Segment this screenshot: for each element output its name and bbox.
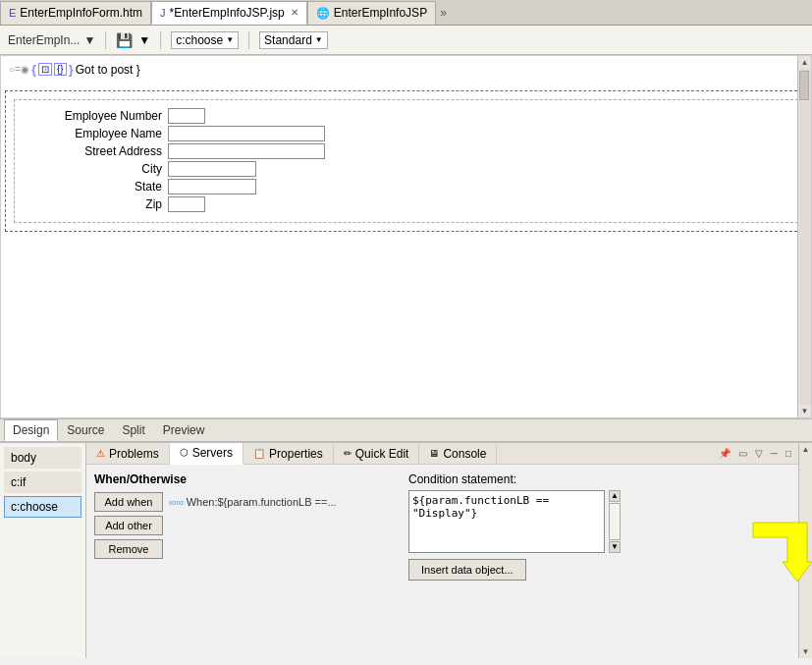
tab-label: *EnterEmpInfoJSP.jsp — [170, 6, 285, 20]
toolbar: EnterEmpIn... ▼ 💾 ▼ c:choose ▼ Standard … — [0, 26, 812, 55]
servers-icon: ⬡ — [180, 447, 189, 458]
sidebar-item-cif[interactable]: c:if — [4, 471, 81, 493]
tab-enter-emp-jsp[interactable]: J *EnterEmpInfoJSP.jsp ✕ — [151, 1, 307, 25]
scroll-down-arrow[interactable]: ▼ — [799, 405, 811, 417]
standard-select[interactable]: Standard ▼ — [259, 31, 328, 49]
tab-design[interactable]: Design — [4, 419, 58, 441]
chevron-down-icon: ▼ — [226, 35, 234, 44]
selector2-label: Standard — [264, 33, 312, 47]
panel-pin-icon[interactable]: 📌 — [716, 448, 733, 459]
form-row-street: Street Address — [30, 143, 782, 159]
panel-maximize-icon[interactable]: □ — [783, 448, 794, 459]
panel-tab-problems[interactable]: ⚠ Problems — [86, 444, 170, 464]
properties-icon: 📋 — [253, 448, 265, 459]
panel-tab-console[interactable]: 🖥 Console — [419, 444, 497, 464]
when-section: When/Otherwise Add when ∞∞ When:${param.… — [86, 465, 401, 658]
separator2 — [160, 31, 161, 49]
tab-label: EnterEmpInfoJSP — [334, 6, 427, 20]
yellow-arrow — [733, 518, 812, 586]
tab-split[interactable]: Split — [113, 419, 153, 441]
panel-layout-icon[interactable]: ▭ — [735, 448, 750, 459]
add-other-button[interactable]: Add other — [94, 516, 163, 535]
save-dropdown[interactable]: ▼ — [138, 33, 150, 47]
when-title: When/Otherwise — [94, 472, 393, 486]
label-street: Street Address — [30, 144, 168, 158]
scroll-thumb[interactable] — [799, 71, 809, 100]
chevron-down-icon2: ▼ — [315, 35, 323, 44]
file-title: EnterEmpIn... — [8, 33, 80, 47]
problems-icon: ⚠ — [96, 448, 105, 459]
input-empname[interactable] — [168, 126, 325, 141]
condition-scrollbar[interactable]: ▲ ▼ — [609, 490, 621, 553]
selector1-label: c:choose — [176, 33, 223, 47]
link-icon: ∞∞ — [169, 496, 185, 508]
input-street[interactable] — [168, 143, 325, 159]
input-empnum[interactable] — [168, 108, 205, 124]
scroll-down-btn[interactable]: ▼ — [609, 541, 621, 553]
tab-enter-emp-jsp2[interactable]: 🌐 EnterEmpInfoJSP — [307, 1, 436, 25]
tab-enter-emp-form[interactable]: E EnterEmpInfoForm.htm — [0, 1, 151, 25]
scroll-up-arrow[interactable]: ▲ — [799, 56, 811, 69]
scroll-track-v[interactable] — [609, 503, 621, 540]
svg-marker-1 — [753, 523, 812, 582]
label-zip: Zip — [30, 197, 168, 211]
editor-scrollbar[interactable]: ▲ ▼ — [797, 56, 811, 417]
lower-panel: body c:if c:choose ⚠ Problems ⬡ Servers — [0, 442, 812, 658]
condition-title: Condition statement: — [408, 472, 790, 486]
lower-main: ⚠ Problems ⬡ Servers 📋 Properties ✏ Quic… — [86, 443, 798, 658]
form-row-empnum: Employee Number — [30, 108, 782, 124]
tab-source[interactable]: Source — [58, 419, 113, 441]
panel-tab-servers[interactable]: ⬡ Servers — [170, 443, 244, 465]
scroll-up-btn[interactable]: ▲ — [609, 490, 621, 502]
form-row-empname: Employee Name — [30, 126, 782, 141]
remove-button[interactable]: Remove — [94, 539, 163, 559]
bracket-close: } — [69, 62, 74, 77]
cchoose-select[interactable]: c:choose ▼ — [171, 31, 239, 49]
panel-tab-quickedit[interactable]: ✏ Quick Edit — [334, 444, 420, 464]
separator3 — [248, 31, 249, 49]
dropdown-icon[interactable]: ▼ — [83, 33, 95, 47]
scroll-track[interactable] — [799, 69, 811, 405]
lower-scroll-up[interactable]: ▲ — [800, 443, 812, 456]
lower-body: When/Otherwise Add when ∞∞ When:${param.… — [86, 465, 798, 658]
when-row-addwhen: Add when ∞∞ When:${param.functionLB ==..… — [94, 492, 393, 512]
sidebar-item-cchoose[interactable]: c:choose — [4, 496, 81, 518]
form-row-state: State — [30, 179, 782, 194]
tab-label: EnterEmpInfoForm.htm — [20, 6, 142, 20]
form-row-city: City — [30, 161, 782, 177]
lower-sidebar: body c:if c:choose — [0, 443, 86, 658]
panel-minimize-icon[interactable]: ─ — [768, 448, 781, 459]
when-row-addother: Add other — [94, 516, 393, 535]
jsp-header: ○=◉ { ⊡ {} } Got to post } — [1, 56, 811, 86]
label-state: State — [30, 180, 168, 194]
jsp-header-line: ○=◉ { ⊡ {} } Got to post } — [9, 62, 803, 77]
jsp-tag-2: {} — [54, 63, 67, 76]
close-icon[interactable]: ✕ — [291, 7, 298, 18]
when-tag: ∞∞ When:${param.functionLB ==... — [169, 496, 337, 508]
file-icon: J — [160, 7, 166, 19]
inner-form: Employee Number Employee Name Street Add… — [14, 99, 798, 223]
panel-toolbar: 📌 ▭ ▽ ─ □ — [716, 448, 798, 459]
jsp-tag-1: ⊡ — [38, 63, 52, 76]
tab-menu-icon[interactable]: » — [440, 6, 447, 20]
panel-tab-properties[interactable]: 📋 Properties — [244, 444, 334, 464]
lower-scroll-down[interactable]: ▼ — [800, 645, 812, 658]
save-icon: 💾 — [116, 32, 133, 48]
form-container: Employee Number Employee Name Street Add… — [5, 90, 807, 232]
console-icon: 🖥 — [429, 448, 439, 459]
breadcrumb-title: EnterEmpIn... ▼ — [8, 33, 95, 47]
jsp-header-text: Got to post } — [76, 63, 140, 77]
when-row-remove: Remove — [94, 539, 393, 559]
panel-chevron-icon[interactable]: ▽ — [752, 448, 766, 459]
input-zip[interactable] — [168, 196, 205, 212]
add-when-button[interactable]: Add when — [94, 492, 163, 512]
input-city[interactable] — [168, 161, 256, 177]
form-row-zip: Zip — [30, 196, 782, 212]
when-value-text: When:${param.functionLB ==... — [187, 496, 337, 508]
insert-data-object-button[interactable]: Insert data object... — [408, 559, 526, 581]
input-state[interactable] — [168, 179, 256, 194]
label-city: City — [30, 162, 168, 176]
condition-textarea[interactable]: ${param.functionLB == "Display"} — [408, 490, 605, 553]
tab-preview[interactable]: Preview — [154, 419, 214, 441]
sidebar-item-body[interactable]: body — [4, 447, 81, 469]
